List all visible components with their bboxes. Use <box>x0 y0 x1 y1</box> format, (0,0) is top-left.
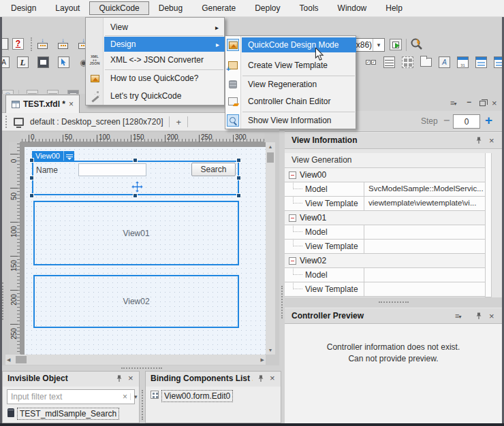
step-decrement-button[interactable]: − <box>443 114 450 127</box>
toolbar-grip[interactable] <box>31 37 33 51</box>
tab-component-icon[interactable] <box>420 56 432 69</box>
calendar-component-icon[interactable]: 31 <box>456 56 469 69</box>
canvas-horizontal-scrollbar[interactable]: ◀ ▶ <box>5 355 266 365</box>
collapse-icon[interactable] <box>289 257 296 265</box>
form-design-canvas[interactable]: View00 Name Search View01 Vie <box>20 142 266 355</box>
step-value-input[interactable] <box>453 114 480 129</box>
dock-panels-splitter[interactable] <box>285 297 502 308</box>
panel-close-icon[interactable]: × <box>270 373 275 383</box>
menuitem-controller-chain-editor[interactable]: Controller Chain Editor <box>242 94 356 109</box>
panel-close-icon[interactable]: × <box>128 373 133 383</box>
form-surface[interactable]: View00 Name Search View01 Vie <box>25 147 266 355</box>
clear-filter-icon[interactable]: × <box>120 392 130 402</box>
resize-handle[interactable] <box>133 158 138 163</box>
collapse-icon[interactable] <box>289 214 296 222</box>
menuitem-design[interactable]: Design ▸ <box>104 37 225 52</box>
invisible-object-item[interactable]: TEST_mdlSample_Search <box>17 408 119 420</box>
panel-close-icon[interactable]: × <box>489 311 494 321</box>
view02-container[interactable]: View02 <box>33 275 239 328</box>
binding-component-item[interactable]: View00.form.Edit0 <box>161 390 233 402</box>
menu-help[interactable]: Help <box>376 1 412 15</box>
combo-arrow-icon[interactable]: ▾ <box>373 39 384 51</box>
menu-layout[interactable]: Layout <box>46 1 89 15</box>
resize-handle[interactable] <box>133 193 138 198</box>
menu-tools[interactable]: Tools <box>290 1 328 15</box>
table-row-view00-template[interactable]: View Template viewtemplate\viewtemplate\… <box>285 197 485 211</box>
menuitem-create-view-template[interactable]: Create View Template <box>242 58 356 73</box>
table-row-view02-template[interactable]: View Template <box>285 282 485 297</box>
scroll-right-icon[interactable]: ▶ <box>261 357 264 363</box>
menu-debug[interactable]: Debug <box>149 1 192 15</box>
drag-grip-icon[interactable] <box>5 116 8 128</box>
menuitem-view-regeneration[interactable]: View Regeneration <box>242 77 356 92</box>
textarea-component-icon[interactable]: A <box>438 56 451 69</box>
resize-handle[interactable] <box>236 158 241 163</box>
object-filter-input[interactable] <box>7 392 120 402</box>
panel-select-icon[interactable] <box>57 56 70 69</box>
left-edge-grip[interactable] <box>2 282 5 320</box>
italic-style-icon[interactable]: L <box>16 56 29 69</box>
table-row-view02[interactable]: View02 <box>285 254 485 268</box>
table-row-view01[interactable]: View01 <box>285 211 485 225</box>
help-tool-icon[interactable]: ? <box>12 37 25 50</box>
dock-menu-icon[interactable]: ≡▾ <box>450 99 456 107</box>
panel-close-icon[interactable]: × <box>489 135 494 146</box>
canvas-vertical-scrollbar[interactable]: ▲ ▼ <box>266 142 275 355</box>
screen-label[interactable]: default : Desktop_screen [1280x720] <box>30 117 163 127</box>
table-row-view01-model[interactable]: Model <box>285 225 485 240</box>
scroll-up-icon[interactable]: ▲ <box>266 144 275 149</box>
edit0-widget[interactable] <box>78 163 146 176</box>
menuitem-view[interactable]: View ▸ <box>104 20 224 35</box>
view-filter-icon[interactable] <box>63 151 74 161</box>
resize-handle[interactable] <box>236 193 241 198</box>
menuitem-xml-json-converter[interactable]: XML <-> JSON Converter <box>104 52 224 67</box>
menu-quickcode[interactable]: QuickCode <box>89 1 148 15</box>
name-static-label[interactable]: Name <box>36 165 58 175</box>
listbox-component-icon[interactable] <box>383 56 396 69</box>
canvas-bottom-splitter[interactable] <box>2 365 279 371</box>
menu-design[interactable]: Design <box>1 1 46 15</box>
pin-icon[interactable] <box>257 375 264 384</box>
view00-container[interactable]: Name Search <box>32 161 239 195</box>
search-button-widget[interactable]: Search <box>191 163 236 176</box>
panel-layout-icon[interactable] <box>37 56 50 69</box>
resize-handle[interactable] <box>29 193 34 198</box>
bottom-panels-splitter[interactable] <box>140 371 145 423</box>
view01-container[interactable]: View01 <box>33 201 239 265</box>
pin-icon[interactable] <box>475 312 482 322</box>
menuitem-show-view-information[interactable]: Show View Information <box>242 113 356 128</box>
pin-icon[interactable] <box>116 375 123 384</box>
resize-handle[interactable] <box>29 176 34 180</box>
menuitem-how-to-use-quickcode[interactable]: How to use QuickCode? <box>104 71 224 86</box>
vscroll-thumb[interactable] <box>267 152 274 163</box>
pin-icon[interactable] <box>475 137 482 146</box>
panel-menu-icon[interactable]: ≡▾ <box>455 312 460 320</box>
grid-component-icon[interactable] <box>401 56 414 69</box>
menu-generate[interactable]: Generate <box>192 1 245 15</box>
step-increment-button[interactable]: + <box>485 113 492 128</box>
launch-project-icon[interactable] <box>390 39 402 50</box>
table-row-view02-model[interactable]: Model <box>285 268 485 282</box>
quick-search-icon[interactable] <box>410 37 424 51</box>
view00-tag[interactable]: View00 <box>32 151 74 161</box>
menu-window[interactable]: Window <box>328 1 377 15</box>
import-view-icon[interactable]: ↓ <box>57 37 69 50</box>
menu-deploy[interactable]: Deploy <box>245 1 289 15</box>
resize-handle[interactable] <box>29 158 34 163</box>
hscroll-thumb[interactable] <box>16 356 27 363</box>
scroll-down-icon[interactable]: ▼ <box>266 348 275 353</box>
dock-close-icon[interactable]: × <box>492 98 497 108</box>
add-screen-button[interactable]: + <box>176 117 181 127</box>
tab-close-icon[interactable]: × <box>69 101 74 108</box>
dock-minimize-icon[interactable]: − <box>467 97 471 107</box>
scroll-left-icon[interactable]: ◀ <box>7 357 10 363</box>
checkbox-component-icon[interactable]: ✓✓ <box>364 56 377 69</box>
table-row-view00-model[interactable]: Model SvcModelSample::ModelServic... <box>285 182 485 197</box>
menuitem-quickcode-design-mode[interactable]: QuickCode Design Mode <box>242 37 356 52</box>
table-row-view01-template[interactable]: View Template <box>285 240 485 254</box>
collapse-icon[interactable] <box>289 171 296 179</box>
monthcalendar-component-icon[interactable] <box>475 56 488 69</box>
import-model-icon[interactable]: ↓ <box>36 37 49 50</box>
resize-handle[interactable] <box>236 176 241 180</box>
menuitem-lets-try-quickcode[interactable]: Let's try QuickCode <box>104 88 224 103</box>
